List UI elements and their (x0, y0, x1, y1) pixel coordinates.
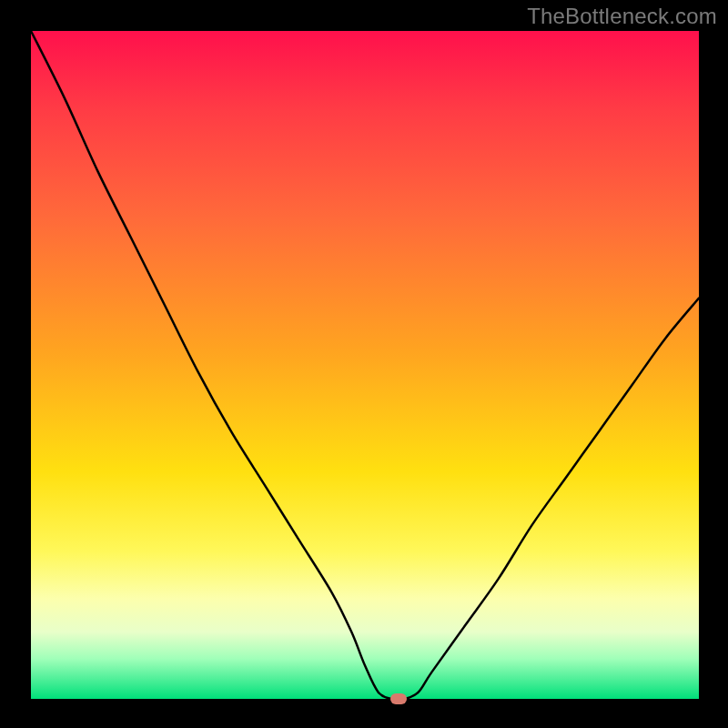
bottleneck-curve (31, 31, 699, 699)
watermark-text: TheBottleneck.com (527, 4, 717, 29)
chart-container: TheBottleneck.com (0, 0, 728, 728)
optimum-marker (390, 693, 407, 704)
plot-area (31, 31, 699, 699)
